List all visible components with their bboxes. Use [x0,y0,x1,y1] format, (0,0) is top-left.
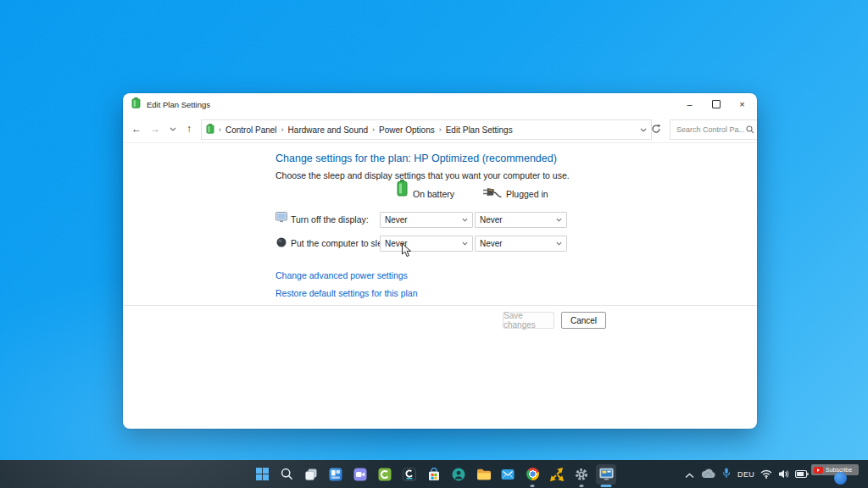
edit-plan-settings-window: Edit Plan Settings – × ← → ↑ › Control P… [123,93,757,429]
close-button[interactable]: × [729,93,755,115]
search-box [670,119,757,140]
power-plan-icon [131,97,141,112]
onedrive-cloud-icon[interactable] [700,467,715,482]
transfer-arrows-app-button[interactable] [547,464,567,485]
search-icon[interactable] [746,125,754,134]
dropdown-value: Never [385,215,408,225]
chevron-down-icon [462,241,468,246]
tray-chevron-up-icon[interactable] [685,467,694,482]
chrome-icon [526,468,539,480]
forward-button[interactable]: → [147,119,164,138]
file-explorer-button[interactable] [473,464,493,485]
caption-controls: – × [676,93,755,115]
microsoft-store-icon [427,468,441,481]
change-advanced-power-settings-link[interactable]: Change advanced power settings [275,270,408,280]
on-battery-column-label: On battery [413,189,454,199]
widgets-icon [329,468,342,481]
refresh-icon [651,124,661,134]
power-plan-icon-small [206,122,214,137]
camtasia-button[interactable] [375,464,395,485]
restore-default-settings-link[interactable]: Restore default settings for this plan [275,288,418,298]
breadcrumb-separator: › [277,125,288,134]
contact-app-button[interactable] [448,464,469,485]
task-view-icon [304,468,318,481]
breadcrumb-hardware-and-sound[interactable]: Hardware and Sound [288,125,369,135]
turn-off-display-label: Turn off the display: [291,214,369,225]
taskbar-search-button[interactable] [276,464,297,485]
turn-off-display-on-battery-dropdown[interactable]: Never [380,212,473,228]
widgets-button[interactable] [326,464,346,485]
turn-off-display-plugged-in-dropdown[interactable]: Never [475,212,567,228]
window-titlebar[interactable]: Edit Plan Settings – × [123,93,757,115]
language-indicator[interactable]: DEU [737,470,754,479]
maximize-button[interactable] [703,93,729,115]
chevron-down-icon [462,218,468,222]
monitor-icon [599,468,614,480]
subscribe-pointer-dot [834,472,847,485]
mail-button[interactable] [498,464,518,485]
minimize-button[interactable]: – [676,93,703,115]
chat-button[interactable] [350,464,370,485]
address-dropdown-icon[interactable] [640,128,647,132]
active-app-indicator [601,485,612,487]
page-subtitle: Choose the sleep and display settings th… [275,170,570,180]
breadcrumb-power-options[interactable]: Power Options [379,125,435,135]
desktop-wallpaper: Edit Plan Settings – × ← → ↑ › Control P… [0,0,868,488]
chevron-down-icon [556,241,562,246]
windows-logo-icon [256,468,269,480]
search-icon [281,468,293,480]
running-indicator [580,485,584,487]
on-battery-icon [397,180,408,200]
wifi-icon[interactable] [760,467,772,482]
breadcrumb-separator: › [435,125,446,134]
navigation-toolbar: ← → ↑ › Control Panel › Hardware and Sou… [123,115,757,143]
mouse-cursor [401,242,412,262]
system-tray: DEU [685,460,809,488]
gear-icon [575,468,588,481]
recent-locations-button[interactable] [164,119,181,138]
up-button[interactable]: ↑ [181,119,198,138]
chrome-button[interactable] [522,464,542,485]
camtasia-icon [378,468,392,481]
task-view-button[interactable] [301,464,321,485]
sleep-icon [276,236,287,251]
refresh-button[interactable] [647,119,665,138]
yellow-arrows-icon [550,468,564,481]
sleep-on-battery-dropdown[interactable]: Never [380,236,473,252]
mail-icon [501,469,515,480]
save-changes-button[interactable]: Save changes [503,312,554,329]
breadcrumb-control-panel[interactable]: Control Panel [225,125,277,135]
window-title: Edit Plan Settings [147,100,210,109]
page-title: Change settings for the plan: HP Optimiz… [275,152,557,164]
display-icon [275,211,287,226]
dropdown-value: Never [480,239,503,248]
youtube-play-icon [814,467,823,474]
video-chat-icon [353,468,367,481]
chevron-down-icon [556,218,562,222]
microphone-icon[interactable] [721,467,732,482]
running-indicator [531,485,535,487]
volume-icon[interactable] [778,467,789,482]
breadcrumb-separator: › [214,125,225,134]
start-button[interactable] [252,464,272,485]
back-button[interactable]: ← [128,119,145,138]
breadcrumb-separator: › [368,125,379,134]
battery-icon[interactable] [795,467,809,482]
plugged-in-icon [482,186,503,202]
taskbar-center-icons [252,464,616,485]
microsoft-store-button[interactable] [424,464,444,485]
dropdown-value: Never [480,215,503,225]
folder-icon [476,468,491,480]
sleep-plugged-in-dropdown[interactable]: Never [475,236,567,252]
breadcrumb-edit-plan-settings[interactable]: Edit Plan Settings [446,125,513,135]
plugged-in-column-label: Plugged in [506,189,548,199]
taskbar: DEU [0,460,868,488]
person-icon [452,468,465,481]
camtasia-recorder-button[interactable] [399,464,420,485]
control-panel-taskbar-button[interactable] [596,464,616,485]
cancel-button[interactable]: Cancel [561,312,606,329]
chevron-down-icon [170,127,176,131]
settings-button[interactable] [571,464,592,485]
address-bar[interactable]: › Control Panel › Hardware and Sound › P… [201,119,652,140]
search-input[interactable] [675,125,746,135]
